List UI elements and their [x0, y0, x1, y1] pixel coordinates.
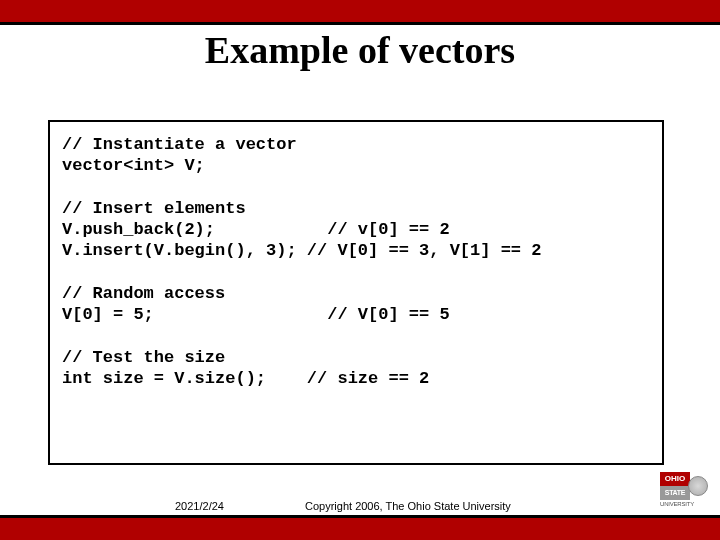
ohio-state-logo: OHIO STATE UNIVERSITY	[660, 472, 708, 512]
logo-text-university: UNIVERSITY	[660, 500, 708, 508]
footer-date: 2021/2/24	[175, 500, 224, 512]
footer-copyright: Copyright 2006, The Ohio State Universit…	[305, 500, 511, 512]
logo-text-ohio: OHIO	[660, 472, 690, 486]
logo-seal-icon	[688, 476, 708, 496]
code-box: // Instantiate a vector vector<int> V; /…	[48, 120, 664, 465]
slide-title: Example of vectors	[0, 28, 720, 72]
logo-text-state: STATE	[660, 486, 690, 500]
bottom-band	[0, 515, 720, 540]
code-listing: // Instantiate a vector vector<int> V; /…	[62, 134, 650, 389]
top-band	[0, 0, 720, 25]
slide: Example of vectors // Instantiate a vect…	[0, 0, 720, 540]
